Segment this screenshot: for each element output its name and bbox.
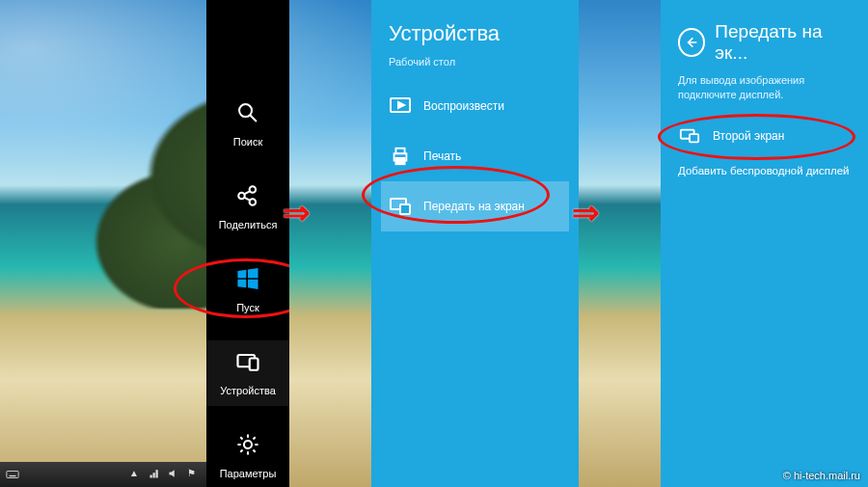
arrow-2: ⇒ [572, 193, 599, 231]
devices-item-project[interactable]: Передать на экран [381, 181, 569, 231]
search-icon [232, 97, 263, 128]
project-icon [389, 195, 412, 218]
devices-pane: Устройства Рабочий стол Воспроизвести Пе… [371, 0, 579, 487]
svg-point-11 [244, 441, 252, 448]
pane-title: Передать на эк... [715, 21, 851, 64]
second-screen-icon [678, 124, 701, 148]
back-button[interactable] [678, 28, 705, 57]
volume-icon[interactable] [168, 468, 181, 481]
network-icon[interactable] [149, 468, 162, 481]
charm-label: Пуск [236, 302, 259, 313]
item-label: Второй экран [713, 129, 784, 143]
share-icon [232, 180, 263, 211]
svg-rect-14 [395, 149, 404, 154]
svg-line-3 [250, 115, 257, 122]
charms-bar: Поиск Поделиться Пуск Устройства [206, 0, 289, 487]
pane-title: Устройства [389, 21, 561, 46]
taskbar[interactable]: ▲ ⚑ [0, 462, 206, 487]
charm-search[interactable]: Поиск [206, 92, 289, 157]
svg-rect-15 [395, 158, 404, 164]
item-label: Воспроизвести [423, 99, 504, 113]
project-item-second-screen[interactable]: Второй экран [670, 117, 858, 155]
gear-icon [232, 429, 263, 460]
devices-icon [232, 346, 263, 377]
svg-line-8 [244, 198, 251, 201]
add-wireless-display-link[interactable]: Добавить беспроводной дисплей [678, 155, 851, 186]
watermark: © hi-tech.mail.ru [783, 470, 860, 481]
item-label: Печать [423, 149, 461, 163]
step2-devices-panel: Устройства Рабочий стол Воспроизвести Пе… [289, 0, 579, 487]
charm-label: Поиск [233, 136, 262, 148]
step3-project-panel: Передать на эк... Для вывода изображения… [579, 0, 868, 487]
devices-item-play[interactable]: Воспроизвести [381, 81, 569, 131]
charm-label: Параметры [220, 468, 277, 479]
svg-line-7 [244, 191, 251, 194]
arrow-1: ⇒ [283, 193, 310, 231]
wallpaper-sliver [579, 0, 661, 487]
svg-rect-19 [690, 134, 698, 142]
charm-label: Устройства [220, 385, 276, 396]
svg-rect-0 [7, 472, 18, 478]
play-to-icon [389, 95, 412, 118]
action-center-icon[interactable]: ⚑ [187, 468, 201, 481]
project-hint: Для вывода изображения подключите диспле… [678, 73, 851, 103]
svg-point-2 [239, 104, 252, 117]
charm-settings[interactable]: Параметры [206, 423, 289, 487]
windows-icon [232, 263, 263, 294]
svg-rect-17 [400, 204, 410, 214]
link-label: Добавить беспроводной дисплей [678, 165, 849, 176]
wallpaper-sliver [289, 0, 371, 487]
project-pane: Передать на эк... Для вывода изображения… [661, 0, 868, 487]
step1-charms-panel: ▲ ⚑ Поиск Поделиться [0, 0, 289, 487]
charm-label: Поделиться [219, 219, 278, 230]
charm-share[interactable]: Поделиться [206, 175, 289, 240]
charm-start[interactable]: Пуск [206, 257, 289, 323]
printer-icon [389, 145, 412, 168]
keyboard-icon[interactable] [6, 468, 19, 481]
pane-subtitle: Рабочий стол [389, 56, 561, 68]
svg-rect-10 [250, 359, 258, 370]
flag-icon[interactable]: ▲ [129, 468, 143, 481]
charm-devices[interactable]: Устройства [206, 340, 289, 406]
devices-item-print[interactable]: Печать [381, 131, 569, 181]
item-label: Передать на экран [423, 200, 525, 213]
svg-rect-1 [10, 475, 16, 476]
